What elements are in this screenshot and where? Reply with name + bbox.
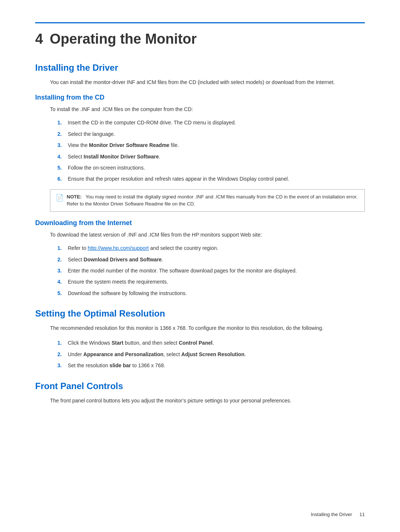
list-item: 2. Select the language.	[57, 130, 365, 138]
note-text: NOTE: You may need to install the digita…	[67, 193, 359, 208]
subsection-heading-cd: Installing from the CD	[35, 94, 365, 101]
note-label: NOTE:	[67, 194, 81, 200]
footer: Installing the Driver 11	[311, 512, 365, 517]
section-front-panel: Front Panel Controls The front panel con…	[35, 381, 365, 405]
section-heading-optimal-resolution: Setting the Optimal Resolution	[35, 308, 365, 319]
list-number: 3.	[57, 361, 68, 369]
section-heading-front-panel: Front Panel Controls	[35, 381, 365, 391]
list-item: 3. Set the resolution slide bar to 1366 …	[57, 361, 365, 369]
list-item: 1. Click the Windows Start button, and t…	[57, 339, 365, 347]
list-number: 5.	[57, 289, 68, 297]
list-content: Enter the model number of the monitor. T…	[68, 267, 365, 275]
list-number: 6.	[57, 175, 68, 183]
optimal-resolution-intro: The recommended resolution for this moni…	[50, 324, 365, 332]
installing-driver-intro: You can install the monitor-driver INF a…	[50, 78, 365, 86]
list-content: Set the resolution slide bar to 1366 x 7…	[68, 361, 365, 369]
subsection-heading-internet: Downloading from the Internet	[35, 219, 365, 227]
list-content: Click the Windows Start button, and then…	[68, 339, 365, 347]
front-panel-intro: The front panel control buttons lets you…	[50, 397, 365, 405]
list-content: Download the software by following the i…	[68, 289, 365, 297]
footer-page-number: 11	[360, 512, 365, 517]
list-item: 4. Ensure the system meets the requireme…	[57, 278, 365, 286]
list-item: 2. Under Appearance and Personalization,…	[57, 350, 365, 358]
list-number: 1.	[57, 244, 68, 252]
list-number: 4.	[57, 153, 68, 161]
section-installing-driver: Installing the Driver You can install th…	[35, 63, 365, 297]
list-item: 5. Follow the on-screen instructions.	[57, 164, 365, 172]
note-box: 📄 NOTE: You may need to install the digi…	[50, 189, 365, 212]
chapter-title: Operating the Monitor	[50, 31, 197, 47]
list-content: Under Appearance and Personalization, se…	[68, 350, 365, 358]
list-item: 5. Download the software by following th…	[57, 289, 365, 297]
list-content: Insert the CD in the computer CD-ROM dri…	[68, 118, 365, 127]
list-item: 1. Insert the CD in the computer CD-ROM …	[57, 118, 365, 127]
top-border	[35, 22, 365, 23]
list-number: 2.	[57, 350, 68, 358]
hp-support-link[interactable]: http://www.hp.com/support	[88, 245, 149, 251]
list-item: 3. Enter the model number of the monitor…	[57, 267, 365, 275]
internet-intro-text: To download the latest version of .INF a…	[50, 231, 365, 239]
list-item: 4. Select Install Monitor Driver Softwar…	[57, 153, 365, 161]
cd-steps-list: 1. Insert the CD in the computer CD-ROM …	[57, 118, 365, 183]
list-number: 2.	[57, 130, 68, 138]
optimal-resolution-steps-list: 1. Click the Windows Start button, and t…	[57, 339, 365, 369]
note-icon: 📄	[56, 194, 64, 202]
page: 4Operating the Monitor Installing the Dr…	[0, 0, 400, 532]
list-number: 3.	[57, 141, 68, 149]
list-item: 3. View the Monitor Driver Software Read…	[57, 141, 365, 149]
subsection-installing-cd: Installing from the CD To install the .I…	[35, 94, 365, 212]
list-content: Select Install Monitor Driver Software.	[68, 153, 365, 161]
list-item: 2. Select Download Drivers and Software.	[57, 255, 365, 264]
list-number: 3.	[57, 267, 68, 275]
list-content: View the Monitor Driver Software Readme …	[68, 141, 365, 149]
list-item: 1. Refer to http://www.hp.com/support an…	[57, 244, 365, 252]
subsection-downloading-internet: Downloading from the Internet To downloa…	[35, 219, 365, 297]
list-item: 6. Ensure that the proper resolution and…	[57, 175, 365, 183]
footer-section-name: Installing the Driver	[311, 512, 352, 517]
chapter-number: 4	[35, 31, 43, 47]
list-content: Select the language.	[68, 130, 365, 138]
list-number: 1.	[57, 339, 68, 347]
internet-steps-list: 1. Refer to http://www.hp.com/support an…	[57, 244, 365, 297]
list-content: Follow the on-screen instructions.	[68, 164, 365, 172]
section-optimal-resolution: Setting the Optimal Resolution The recom…	[35, 308, 365, 370]
list-number: 2.	[57, 255, 68, 264]
list-content: Select Download Drivers and Software.	[68, 255, 365, 264]
chapter-heading: 4Operating the Monitor	[35, 31, 365, 48]
section-heading-installing-driver: Installing the Driver	[35, 63, 365, 73]
cd-intro-text: To install the .INF and .ICM files on th…	[50, 105, 365, 113]
list-content: Refer to http://www.hp.com/support and s…	[68, 244, 365, 252]
list-content: Ensure that the proper resolution and re…	[68, 175, 365, 183]
list-number: 4.	[57, 278, 68, 286]
list-number: 1.	[57, 118, 68, 127]
list-number: 5.	[57, 164, 68, 172]
list-content: Ensure the system meets the requirements…	[68, 278, 365, 286]
